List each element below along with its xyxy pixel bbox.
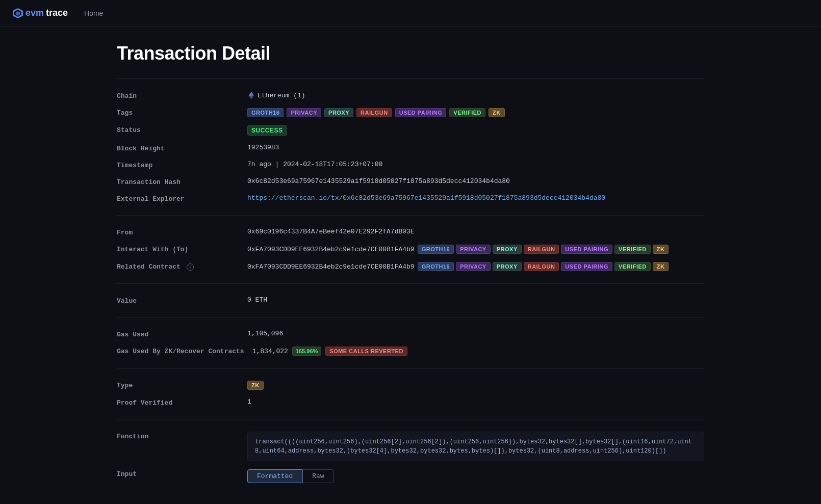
main-content: Transaction Detail Chain Ethereum (1) Ta… <box>105 26 716 504</box>
eth-icon <box>247 91 255 99</box>
type-row: Type ZK <box>117 377 704 394</box>
tag-railgun: RAILGUN <box>356 108 392 117</box>
related-tag-privacy: PRIVACY <box>456 262 491 271</box>
type-value: ZK <box>247 381 704 390</box>
function-label: Function <box>117 432 239 440</box>
gas-section: Gas Used 1,105,096 Gas Used By ZK/Recove… <box>117 317 704 368</box>
chain-label: Chain <box>117 91 239 100</box>
interact-tag-zk: ZK <box>653 245 669 254</box>
main-tags: GROTH16PRIVACYPROXYRAILGUNUSED PAIRINGVE… <box>247 108 704 117</box>
interact-tags: GROTH16PRIVACYPROXYRAILGUNUSED PAIRINGVE… <box>418 245 669 254</box>
related-tag-verified: VERIFIED <box>614 262 651 271</box>
from-label: From <box>117 228 239 236</box>
tag-usedpairing: USED PAIRING <box>395 108 447 117</box>
block-height-value: 19253983 <box>247 144 704 151</box>
interact-tag-groth16: GROTH16 <box>418 245 454 254</box>
timestamp-value: 7h ago | 2024-02-18T17:05:23+07:00 <box>247 161 704 168</box>
function-box: transact((((uint256,uint256),(uint256[2]… <box>247 432 704 461</box>
tag-groth16: GROTH16 <box>247 108 284 117</box>
type-badge: ZK <box>247 381 264 390</box>
from-row: From 0x69c0196c4337B4A7eBeef42e07E292F2f… <box>117 224 704 241</box>
tag-proxy: PROXY <box>324 108 353 117</box>
gas-zk-percent: 165.96% <box>292 347 321 356</box>
tag-privacy: PRIVACY <box>287 108 321 117</box>
tags-value: GROTH16PRIVACYPROXYRAILGUNUSED PAIRINGVE… <box>247 108 704 117</box>
gas-zk-label: Gas Used By ZK/Recover Contracts <box>117 347 244 355</box>
block-height-label: Block Height <box>117 144 239 152</box>
gas-zk-reverted-badge: SOME CALLS REVERTED <box>325 347 407 356</box>
status-row: Status SUCCESS <box>117 121 704 140</box>
interact-tag-verified: VERIFIED <box>614 245 651 254</box>
brand-evm: evm <box>25 8 44 18</box>
gas-used-value: 1,105,096 <box>247 330 704 337</box>
timestamp-row: Timestamp 7h ago | 2024-02-18T17:05:23+0… <box>117 156 704 173</box>
input-tabs-container: Formatted Raw <box>247 469 704 483</box>
tx-hash-value: 0x6c82d53e69a75967e1435529a1f5918d05027f… <box>247 177 704 185</box>
related-info-icon: i <box>187 263 194 271</box>
value-section: Value 0 ETH <box>117 283 704 317</box>
tags-row: Tags GROTH16PRIVACYPROXYRAILGUNUSED PAIR… <box>117 104 704 121</box>
function-value: transact((((uint256,uint256),(uint256[2]… <box>247 432 704 461</box>
address-section: From 0x69c0196c4337B4A7eBeef42e07E292F2f… <box>117 215 704 283</box>
related-tag-groth16: GROTH16 <box>418 262 454 271</box>
timestamp-label: Timestamp <box>117 161 239 169</box>
related-address: 0xFA7093CDD9EE6932B4eb2c9e1cde7CE00B1FA4… <box>247 263 415 271</box>
value-label: Value <box>117 296 239 305</box>
related-tags: GROTH16PRIVACYPROXYRAILGUNUSED PAIRINGVE… <box>418 262 669 271</box>
ext-explorer-value[interactable]: https://etherscan.io/tx/0x6c82d53e69a759… <box>247 194 704 202</box>
type-section: Type ZK Proof Verified 1 <box>117 368 704 419</box>
related-tag-zk: ZK <box>653 262 669 271</box>
tx-hash-label: Transaction Hash <box>117 177 239 186</box>
chain-value: Ethereum (1) <box>247 91 704 99</box>
related-label: Related Contract i <box>117 262 239 271</box>
brand-trace: trace <box>46 8 68 18</box>
chain-row: Chain Ethereum (1) <box>117 87 704 104</box>
related-tag-usedpairing: USED PAIRING <box>561 262 612 271</box>
brand-icon <box>12 8 23 19</box>
gas-used-row: Gas Used 1,105,096 <box>117 326 704 342</box>
status-label: Status <box>117 125 239 134</box>
gas-zk-row: Gas Used By ZK/Recover Contracts 1,834,0… <box>117 342 704 360</box>
interact-label: Interact With (To) <box>117 245 239 253</box>
input-label: Input <box>117 469 239 478</box>
value-row: Value 0 ETH <box>117 292 704 309</box>
related-value: 0xFA7093CDD9EE6932B4eb2c9e1cde7CE00B1FA4… <box>247 262 704 271</box>
type-label: Type <box>117 381 239 389</box>
function-row: Function transact((((uint256,uint256),(u… <box>117 428 704 465</box>
tab-formatted[interactable]: Formatted <box>247 469 302 483</box>
related-tag-railgun: RAILGUN <box>524 262 559 271</box>
related-row: Related Contract i 0xFA7093CDD9EE6932B4e… <box>117 258 704 275</box>
block-height-row: Block Height 19253983 <box>117 140 704 156</box>
function-section: Function transact((((uint256,uint256),(u… <box>117 419 704 495</box>
from-value: 0x69c0196c4337B4A7eBeef42e07E292F2fA7dB0… <box>247 228 704 235</box>
input-tabs: Formatted Raw <box>247 469 704 483</box>
navbar: evmtrace Home <box>0 0 821 26</box>
interact-tag-proxy: PROXY <box>493 245 522 254</box>
tag-zk: ZK <box>489 108 505 117</box>
gas-used-label: Gas Used <box>117 330 239 338</box>
tab-raw[interactable]: Raw <box>302 469 333 483</box>
ext-explorer-row: External Explorer https://etherscan.io/t… <box>117 190 704 207</box>
proof-row: Proof Verified 1 <box>117 394 704 411</box>
interact-value: 0xFA7093CDD9EE6932B4eb2c9e1cde7CE00B1FA4… <box>247 245 704 254</box>
input-row: Input Formatted Raw <box>117 465 704 487</box>
interact-tag-railgun: RAILGUN <box>524 245 559 254</box>
status-badge: SUCCESS <box>247 125 287 136</box>
tag-verified: VERIFIED <box>449 108 485 117</box>
tx-hash-row: Transaction Hash 0x6c82d53e69a75967e1435… <box>117 173 704 190</box>
ext-explorer-link[interactable]: https://etherscan.io/tx/0x6c82d53e69a759… <box>247 194 605 202</box>
gas-zk-value: 1,834,022 165.96% SOME CALLS REVERTED <box>252 347 704 356</box>
interact-address: 0xFA7093CDD9EE6932B4eb2c9e1cde7CE00B1FA4… <box>247 246 415 253</box>
interact-row: Interact With (To) 0xFA7093CDD9EE6932B4e… <box>117 241 704 258</box>
gas-zk-number: 1,834,022 <box>252 348 288 355</box>
value-value: 0 ETH <box>247 296 704 304</box>
page-title: Transaction Detail <box>117 43 704 64</box>
interact-tag-privacy: PRIVACY <box>456 245 491 254</box>
interact-tag-usedpairing: USED PAIRING <box>561 245 612 254</box>
proof-value: 1 <box>247 398 704 406</box>
related-tag-proxy: PROXY <box>493 262 522 271</box>
proof-label: Proof Verified <box>117 398 239 407</box>
nav-home[interactable]: Home <box>84 9 103 17</box>
brand-logo[interactable]: evmtrace <box>12 8 68 19</box>
tags-label: Tags <box>117 108 239 117</box>
